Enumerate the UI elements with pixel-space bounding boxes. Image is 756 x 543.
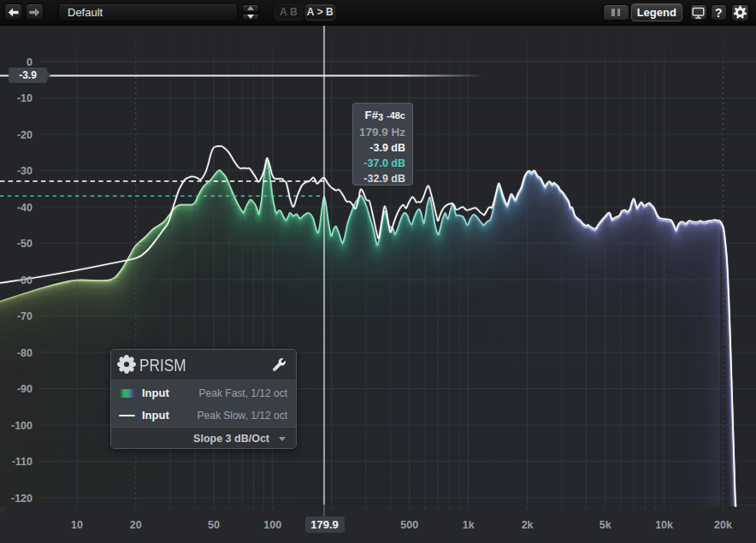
svg-text:100: 100 xyxy=(263,519,281,531)
svg-text:-110: -110 xyxy=(12,456,32,468)
svg-text:-30: -30 xyxy=(17,165,32,177)
svg-text:1k: 1k xyxy=(463,519,475,531)
svg-text:10k: 10k xyxy=(655,519,673,531)
svg-text:-70: -70 xyxy=(17,310,32,322)
svg-text:-40: -40 xyxy=(17,202,32,214)
svg-text:-60: -60 xyxy=(17,274,32,286)
svg-text:10: 10 xyxy=(71,519,83,531)
svg-text:50: 50 xyxy=(208,519,220,531)
svg-text:-80: -80 xyxy=(17,347,32,359)
svg-text:5k: 5k xyxy=(599,519,611,531)
svg-text:-50: -50 xyxy=(17,238,32,250)
svg-text:-20: -20 xyxy=(17,129,32,141)
svg-text:20: 20 xyxy=(130,519,142,531)
svg-text:500: 500 xyxy=(400,519,418,531)
svg-text:0: 0 xyxy=(27,56,32,68)
svg-text:2k: 2k xyxy=(522,519,534,531)
svg-text:-120: -120 xyxy=(11,493,32,505)
svg-text:-10: -10 xyxy=(17,92,32,104)
svg-text:20k: 20k xyxy=(714,519,732,531)
svg-text:-90: -90 xyxy=(17,383,32,395)
svg-text:-100: -100 xyxy=(11,420,32,432)
